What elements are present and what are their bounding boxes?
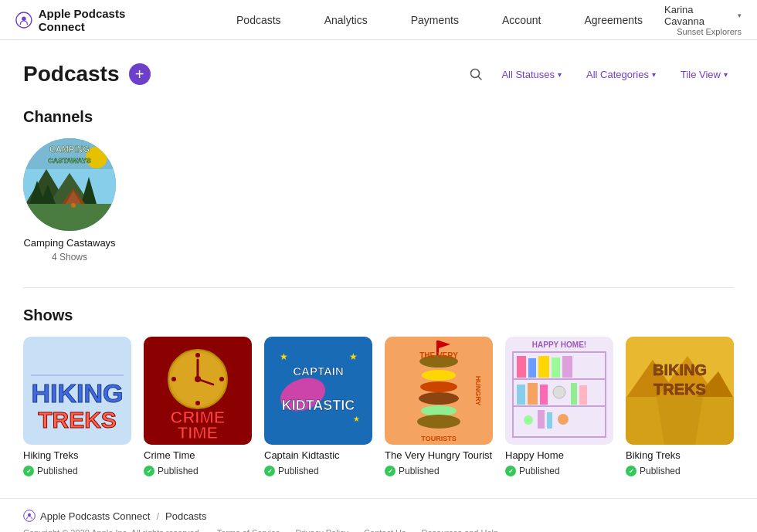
channel-item[interactable]: CAMPING CASTAWAYS Camping Castaways 4 Sh… (23, 138, 116, 263)
footer-copyright: Copyright © 2020 Apple Inc. All rights r… (23, 528, 202, 532)
svg-rect-66 (571, 383, 577, 405)
svg-text:★: ★ (353, 415, 360, 423)
shows-grid: HIKING TREKS Hiking Treks Published (23, 337, 734, 476)
channel-count: 4 Shows (52, 252, 87, 263)
svg-point-45 (422, 370, 456, 381)
user-name: Karina Cavanna ▾ (664, 4, 742, 27)
svg-point-49 (417, 415, 460, 429)
show-tile-captain-kidtastic[interactable]: CAPTAIN KIDTASTIC ★ ★ ★ Captain Kidtasti… (264, 337, 372, 476)
status-filter-button[interactable]: All Statuses ▾ (495, 66, 568, 83)
svg-text:HIKING: HIKING (32, 378, 124, 408)
nav-analytics[interactable]: Analytics (303, 0, 389, 40)
show-name: Happy Home (505, 449, 613, 461)
svg-rect-70 (547, 412, 552, 429)
svg-point-65 (553, 386, 565, 398)
svg-text:★: ★ (280, 351, 288, 362)
show-status: Published (264, 466, 372, 476)
show-art-crime-time: CRIME TIME (144, 337, 252, 445)
svg-rect-69 (538, 410, 545, 429)
page-title: Podcasts (23, 62, 120, 86)
svg-rect-64 (540, 385, 548, 405)
show-status: Published (626, 466, 734, 476)
show-tile-biking-treks[interactable]: BIKING TREKS Biking Treks Published (626, 337, 734, 476)
svg-point-1 (22, 16, 25, 20)
footer-separator: / (156, 510, 159, 522)
main-nav: Podcasts Analytics Payments Account Agre… (215, 0, 664, 40)
show-name: Captain Kidtastic (264, 449, 372, 461)
svg-rect-67 (579, 385, 587, 405)
show-tile-crime-time[interactable]: CRIME TIME Crime Time Published (144, 337, 252, 476)
footer-privacy-link[interactable]: Privacy Policy (296, 528, 348, 532)
show-tile-hiking-treks[interactable]: HIKING TREKS Hiking Treks Published (23, 337, 131, 476)
svg-text:KIDTASTIC: KIDTASTIC (282, 398, 355, 413)
podcast-logo-icon (15, 11, 32, 29)
filter-controls: All Statuses ▾ All Categories ▾ Tile Vie… (469, 66, 734, 83)
nav-agreements[interactable]: Agreements (563, 0, 664, 40)
app-logo[interactable]: Apple Podcasts Connect (15, 7, 162, 33)
show-status: Published (23, 466, 131, 476)
show-tile-very-hungry-tourist[interactable]: THE VERY HUNGRY TOURISTS The Very Hungry… (385, 337, 493, 476)
svg-line-3 (479, 77, 482, 80)
channels-title: Channels (23, 108, 734, 126)
published-icon (505, 466, 516, 476)
show-name: The Very Hungry Tourist (385, 449, 493, 461)
channel-name: Camping Castaways (23, 237, 115, 249)
categories-filter-button[interactable]: All Categories ▾ (580, 66, 662, 83)
svg-point-14 (71, 203, 76, 208)
svg-text:TOURISTS: TOURISTS (421, 435, 456, 442)
footer-contact-link[interactable]: Contact Us (364, 528, 406, 532)
header: Apple Podcasts Connect Podcasts Analytic… (0, 0, 757, 40)
header-left: Apple Podcasts Connect Podcasts Analytic… (15, 0, 664, 40)
footer-terms-link[interactable]: Terms of Service (217, 528, 280, 532)
show-art-captain-kidtastic: CAPTAIN KIDTASTIC ★ ★ ★ (264, 337, 372, 445)
show-status: Published (385, 466, 493, 476)
show-name: Crime Time (144, 449, 252, 461)
footer-brand: Apple Podcasts Connect (23, 510, 150, 522)
show-tile-happy-home[interactable]: HAPPY HOME! Happy Home Published (505, 337, 613, 476)
categories-chevron-icon: ▾ (652, 70, 656, 79)
show-name: Biking Treks (626, 449, 734, 461)
status-chevron-icon: ▾ (558, 70, 562, 79)
add-podcast-button[interactable]: + (129, 63, 151, 85)
svg-point-46 (420, 381, 457, 392)
svg-rect-15 (23, 138, 116, 169)
svg-rect-58 (528, 358, 536, 378)
svg-point-28 (219, 377, 224, 381)
svg-point-71 (558, 414, 569, 425)
footer-bottom: Copyright © 2020 Apple Inc. All rights r… (23, 528, 734, 532)
view-toggle-button[interactable]: Tile View ▾ (674, 66, 734, 83)
svg-point-68 (524, 415, 533, 425)
user-menu[interactable]: Karina Cavanna ▾ Sunset Explorers (664, 4, 742, 36)
svg-rect-8 (23, 204, 116, 231)
svg-point-2 (471, 69, 480, 78)
channels-section: Channels (23, 108, 734, 263)
footer: Apple Podcasts Connect / Podcasts Copyri… (0, 498, 757, 532)
svg-rect-61 (562, 356, 572, 378)
search-icon (469, 67, 483, 81)
svg-text:HUNGRY: HUNGRY (474, 376, 482, 406)
app-title: Apple Podcasts Connect (39, 7, 162, 33)
footer-podcast-icon (23, 510, 36, 522)
section-divider (23, 287, 734, 288)
published-icon (626, 466, 636, 476)
footer-top: Apple Podcasts Connect / Podcasts (23, 510, 734, 522)
svg-rect-63 (528, 383, 538, 405)
svg-point-25 (195, 353, 200, 357)
footer-breadcrumb-link[interactable]: Podcasts (165, 510, 206, 522)
svg-point-31 (195, 376, 201, 382)
svg-point-47 (419, 392, 459, 405)
nav-account[interactable]: Account (480, 0, 563, 40)
svg-text:★: ★ (349, 351, 358, 362)
page-title-row: Podcasts + All Statuses ▾ All Categories… (23, 62, 734, 86)
svg-point-26 (195, 401, 200, 405)
show-art-very-hungry-tourist: THE VERY HUNGRY TOURISTS (385, 337, 493, 445)
published-icon (144, 466, 154, 476)
nav-podcasts[interactable]: Podcasts (215, 0, 303, 40)
search-button[interactable] (469, 67, 483, 81)
nav-payments[interactable]: Payments (389, 0, 480, 40)
show-name: Hiking Treks (23, 449, 131, 461)
svg-marker-79 (657, 397, 703, 445)
svg-point-27 (171, 377, 176, 381)
svg-text:BIKING: BIKING (653, 361, 707, 378)
footer-resources-link[interactable]: Resources and Help (422, 528, 499, 532)
